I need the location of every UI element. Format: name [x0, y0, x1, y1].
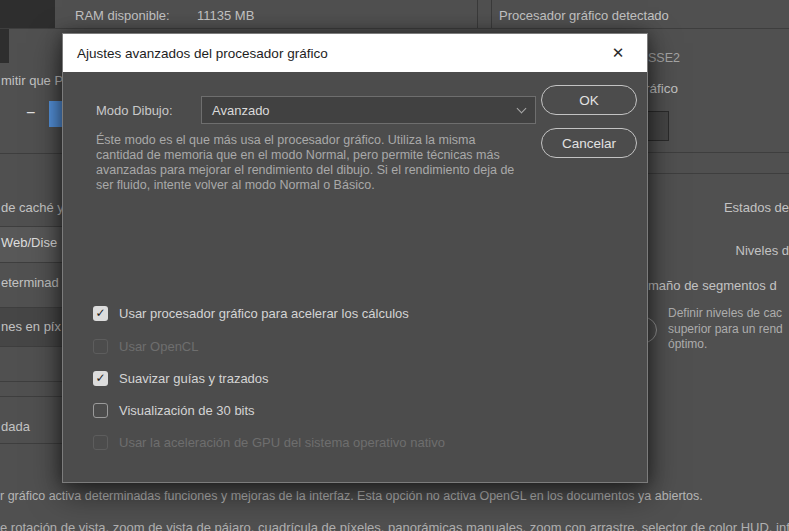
checkbox-checked-icon: ✓ — [93, 306, 108, 321]
checkbox-label: Usar la aceleración de GPU del sistema o… — [119, 435, 445, 450]
left-divider-1 — [0, 153, 62, 154]
gpu-description-line1: r gráfico activa determinadas funciones … — [0, 489, 703, 503]
checkbox-30bit-display[interactable]: Visualización de 30 bits — [93, 402, 255, 418]
saved-text-fragment: dada — [1, 419, 30, 434]
gpu-detected-header: Procesador gráfico detectado — [499, 8, 669, 23]
drawing-mode-label: Modo Dibujo: — [96, 103, 173, 118]
checkbox-use-gpu-accelerate[interactable]: ✓ Usar procesador gráfico para acelerar … — [93, 305, 409, 321]
tile-size-label: maño de segmentos d — [648, 278, 777, 293]
checkbox-label: Visualización de 30 bits — [119, 403, 255, 418]
drawing-mode-value: Avanzado — [212, 103, 518, 118]
dialog-title: Ajustes avanzados del procesador gráfico — [77, 46, 328, 61]
dialog-titlebar: Ajustes avanzados del procesador gráfico… — [63, 34, 647, 72]
cache-info-text: Definir niveles de cac superior para un … — [668, 306, 783, 353]
cache-info-line1: Definir niveles de cac — [668, 306, 783, 322]
ok-button[interactable]: OK — [541, 85, 637, 115]
drawing-mode-select[interactable]: Avanzado — [201, 96, 536, 124]
permit-text-fragment: mitir que P — [1, 73, 63, 88]
gpu-description-line2: e rotación de vista, zoom de vista de pá… — [0, 520, 789, 531]
left-divider-4 — [0, 443, 62, 444]
cpu-sse2-fragment: SSE2 — [648, 51, 680, 65]
advanced-settings-button-fragment[interactable] — [647, 111, 669, 141]
cache-levels-label: Niveles d — [660, 243, 789, 258]
optimize-option-default-label: eterminad — [1, 275, 59, 290]
cache-info-line3: óptimo. — [668, 337, 783, 353]
cache-info-line2: superior para un rend — [668, 322, 783, 338]
right-divider-2 — [648, 173, 789, 174]
advanced-gpu-settings-dialog: Ajustes avanzados del procesador gráfico… — [62, 33, 648, 483]
checkbox-checked-icon: ✓ — [93, 371, 108, 386]
grafico-text-fragment: ráfico — [645, 81, 678, 96]
drawing-mode-description: Éste modo es el que más usa el procesado… — [96, 133, 520, 193]
checkbox-unchecked-icon — [93, 435, 108, 450]
column-divider-2 — [491, 0, 492, 28]
slider-minus-button[interactable]: − — [26, 108, 35, 118]
memory-slider-handle[interactable] — [49, 101, 62, 127]
checkbox-unchecked-icon — [93, 339, 108, 354]
history-states-label: Estados de — [660, 200, 789, 215]
right-divider-1 — [648, 152, 789, 153]
column-divider — [477, 0, 478, 28]
optimize-option-web-label: Web/Dise — [1, 235, 57, 250]
cache-header-fragment: de caché y — [1, 200, 64, 215]
checkbox-unchecked-icon — [93, 403, 108, 418]
top-divider — [0, 28, 789, 29]
checkbox-label: Usar procesador gráfico para acelerar lo… — [119, 306, 409, 321]
chevron-down-icon — [517, 103, 527, 113]
optimize-option-web[interactable]: Web/Dise — [0, 226, 62, 262]
optimize-option-default[interactable]: eterminad — [0, 262, 62, 307]
optimize-option-pixels[interactable]: nes en píx — [0, 307, 62, 347]
checkbox-native-os-gpu: Usar la aceleración de GPU del sistema o… — [93, 434, 445, 450]
checkbox-antialias-guides[interactable]: ✓ Suavizar guías y trazados — [93, 370, 269, 386]
close-icon[interactable]: ✕ — [601, 34, 635, 72]
left-dark-strip — [0, 29, 9, 63]
top-left-dark-panel — [0, 0, 55, 28]
checkbox-label: Suavizar guías y trazados — [119, 371, 269, 386]
optimize-option-pixels-label: nes en píx — [1, 319, 61, 334]
checkbox-label: Usar OpenCL — [119, 339, 198, 354]
left-divider-3 — [0, 396, 62, 397]
checkbox-use-opencl: Usar OpenCL — [93, 338, 198, 354]
cancel-button[interactable]: Cancelar — [541, 128, 637, 158]
left-divider-2 — [0, 381, 62, 382]
ram-available-value: 11135 MB — [197, 8, 254, 23]
ram-available-label: RAM disponible: — [75, 8, 170, 23]
